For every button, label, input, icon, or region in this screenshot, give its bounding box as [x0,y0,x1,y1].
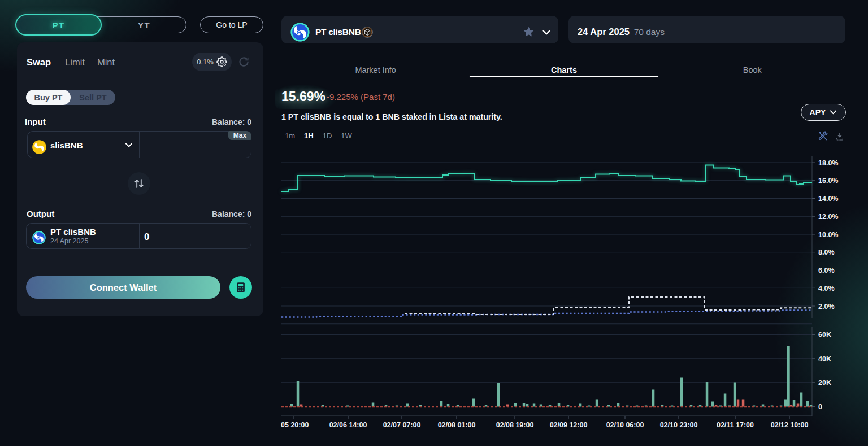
svg-text:10.0%: 10.0% [818,231,838,239]
svg-text:02/09 12:00: 02/09 12:00 [550,421,588,429]
svg-text:14.0%: 14.0% [818,195,838,203]
svg-text:02/10 23:00: 02/10 23:00 [660,421,698,429]
svg-text:0: 0 [818,403,822,411]
svg-text:40K: 40K [818,355,831,363]
svg-text:8.0%: 8.0% [818,248,835,256]
svg-text:20K: 20K [818,379,831,387]
svg-text:2.0%: 2.0% [818,303,835,311]
svg-text:60K: 60K [818,331,831,339]
svg-text:12.0%: 12.0% [818,213,838,221]
svg-text:02/07 07:00: 02/07 07:00 [383,421,421,429]
svg-text:02/08 19:00: 02/08 19:00 [496,421,534,429]
svg-text:02/08 01:00: 02/08 01:00 [438,421,476,429]
svg-text:4.0%: 4.0% [818,285,835,292]
svg-text:18.0%: 18.0% [818,159,838,167]
svg-text:02/06 14:00: 02/06 14:00 [329,421,367,429]
svg-text:02/10 06:00: 02/10 06:00 [606,421,644,429]
svg-text:16.0%: 16.0% [818,177,838,185]
svg-text:6.0%: 6.0% [818,266,835,274]
svg-text:02/11 17:00: 02/11 17:00 [717,421,754,429]
svg-text:02/12 10:00: 02/12 10:00 [771,421,809,429]
svg-text:05 20:00: 05 20:00 [281,421,309,429]
